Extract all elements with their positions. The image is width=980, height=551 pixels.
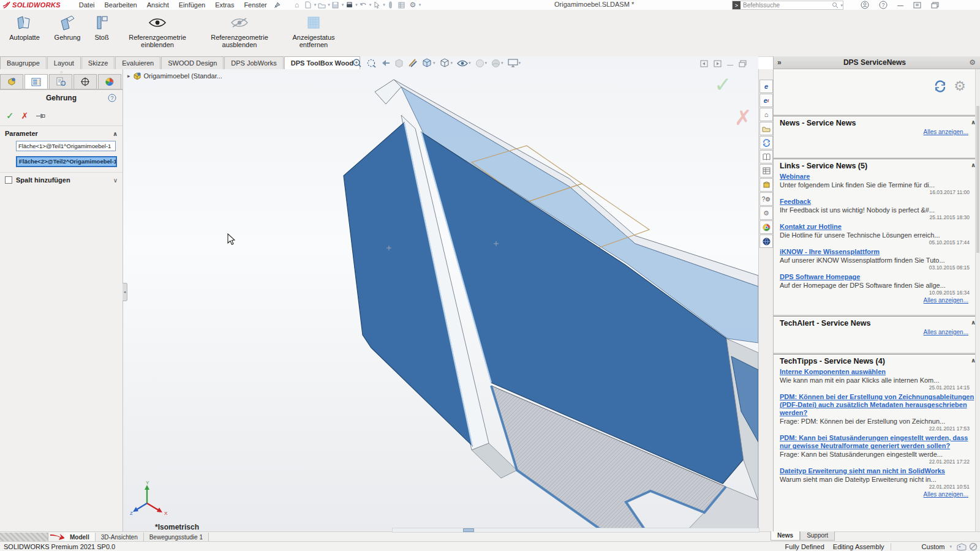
news-settings-gear-icon[interactable]: ⚙ xyxy=(954,78,966,94)
tab-scroll-area[interactable] xyxy=(0,533,48,542)
pallet-box-icon[interactable] xyxy=(760,178,773,192)
face-selection-2[interactable]: Fläche<2>@Teil2^Origamimoebel-1 xyxy=(16,156,117,167)
tab-news[interactable]: News xyxy=(771,531,800,541)
tab-dimxpertmanager[interactable] xyxy=(74,74,97,89)
news-item-link[interactable]: Interne Komponenten auswählen xyxy=(780,368,976,376)
options-gear-icon[interactable]: ⚙ xyxy=(407,1,418,9)
save-icon[interactable] xyxy=(330,1,341,9)
dock-right-icon[interactable] xyxy=(714,60,722,67)
news-item-link[interactable]: Feedback xyxy=(780,198,976,206)
menu-ansicht[interactable]: Ansicht xyxy=(142,0,174,10)
zoom-area-icon[interactable] xyxy=(366,58,376,68)
refresh-icon[interactable] xyxy=(934,80,946,92)
new-document-icon[interactable] xyxy=(303,1,314,9)
confirm-cancel-button[interactable]: ✗ xyxy=(734,105,752,130)
panel-gear-icon[interactable]: ⚙ xyxy=(964,58,980,67)
dock-left-icon[interactable] xyxy=(700,60,708,67)
viewport-horizontal-scrollbar[interactable] xyxy=(392,528,760,533)
viewport-minimize-icon[interactable]: — xyxy=(727,61,733,68)
tab-configurationmanager[interactable] xyxy=(49,74,72,89)
tab-displaymanager[interactable] xyxy=(98,74,121,89)
panel-splitter-grip[interactable]: ◂ xyxy=(123,283,127,301)
tab-3d-ansichten[interactable]: 3D-Ansichten xyxy=(96,533,144,542)
display-state[interactable]: Custom xyxy=(922,543,945,550)
news-item-link[interactable]: iKNOW - Ihre Wissensplattform xyxy=(780,248,976,256)
menu-fenster[interactable]: Fenster xyxy=(239,0,271,10)
pm-cancel-button[interactable]: ✗ xyxy=(21,111,29,121)
undo-icon[interactable] xyxy=(358,1,369,9)
resources-home-icon[interactable]: ⌂ xyxy=(760,108,773,121)
pm-help-icon[interactable]: ? xyxy=(108,94,116,102)
task-pane-scrollbar[interactable] xyxy=(975,69,980,531)
file-explorer-sync-icon[interactable] xyxy=(760,136,773,149)
restore-icon[interactable] xyxy=(913,2,921,9)
command-search[interactable]: > Befehlssuche ▾ xyxy=(732,1,843,10)
measure-tools-icon[interactable] xyxy=(408,58,418,68)
help-icon[interactable]: ? xyxy=(879,1,888,9)
news-item-link[interactable]: DPS Software Homepage xyxy=(780,273,976,281)
parameter-section-header[interactable]: Parameter ∧ xyxy=(0,126,123,140)
news-item-link[interactable]: Webinare xyxy=(780,173,976,181)
menu-datei[interactable]: Datei xyxy=(74,0,100,10)
search-icon[interactable] xyxy=(832,2,839,9)
browser-icon[interactable] xyxy=(760,220,773,234)
show-all-link[interactable]: Alles anzeigen... xyxy=(780,129,976,135)
feature-tree-breadcrumb[interactable]: ▸ Origamimoebel (Standar... xyxy=(127,72,222,80)
dps-swood-icon[interactable]: e xyxy=(760,80,773,93)
library-book-icon[interactable] xyxy=(760,150,773,163)
select-cursor-icon[interactable] xyxy=(371,1,382,9)
tab-modell[interactable]: Modell xyxy=(64,533,96,542)
menu-einfuegen[interactable]: Einfügen xyxy=(174,0,210,10)
menu-bearbeiten[interactable]: Bearbeiten xyxy=(99,0,141,10)
tab-baugruppe[interactable]: Baugruppe xyxy=(0,56,47,69)
previous-view-icon[interactable] xyxy=(380,58,390,68)
tab-swood-design[interactable]: SWOOD Design xyxy=(161,56,224,69)
news-item-link[interactable]: PDM: Kann bei Statusänderungen eingestel… xyxy=(780,434,976,450)
design-library-folder-icon[interactable] xyxy=(760,122,773,135)
dps-swood-info-icon[interactable]: ei xyxy=(760,94,773,107)
breadcrumb-arrow-icon[interactable]: ▸ xyxy=(127,73,130,79)
tab-bewegungsstudie[interactable]: Bewegungsstudie 1 xyxy=(144,533,209,542)
view-settings-icon[interactable]: ▾ xyxy=(508,59,521,67)
display-style-icon[interactable]: ▾ xyxy=(440,58,453,68)
show-all-link[interactable]: Alles anzeigen... xyxy=(780,329,976,335)
pm-pin-icon[interactable] xyxy=(36,113,45,119)
tab-dps-jobworks[interactable]: DPS JobWorks xyxy=(224,56,283,69)
user-account-icon[interactable] xyxy=(861,1,869,9)
news-item-link[interactable]: PDM: Können bei der Erstellung von Zeich… xyxy=(780,393,976,417)
open-icon[interactable] xyxy=(316,1,327,9)
spalt-row[interactable]: Spalt hinzufügen ∨ xyxy=(0,172,123,186)
hide-show-items-icon[interactable]: ▾ xyxy=(457,59,471,67)
help-gear-icon[interactable]: ?⚙ xyxy=(760,192,773,206)
view-orientation-icon[interactable]: ▾ xyxy=(422,58,435,68)
settings-gear-icon[interactable]: ⚙ xyxy=(760,206,773,220)
tab-support[interactable]: Support xyxy=(800,531,835,541)
attachment-icon[interactable] xyxy=(385,1,396,9)
print-icon[interactable] xyxy=(344,1,355,9)
tab-layout[interactable]: Layout xyxy=(47,56,81,69)
home-icon[interactable]: ⌂ xyxy=(292,1,303,9)
refgeo-ausblenden-button[interactable]: Referenzgeometrie ausblenden xyxy=(198,10,281,48)
scrollbar-thumb[interactable] xyxy=(463,528,474,532)
pm-ok-button[interactable]: ✓ xyxy=(6,110,14,121)
minimize-icon[interactable]: — xyxy=(897,2,903,9)
scrollbar-thumb[interactable] xyxy=(976,106,979,253)
gehrung-button[interactable]: Gehrung xyxy=(48,10,87,41)
anzeigestatus-button[interactable]: Anzeigestatus entfernen xyxy=(281,10,347,48)
menu-extras[interactable]: Extras xyxy=(210,0,239,10)
expand-icon[interactable]: ∨ xyxy=(113,177,118,184)
list-grid-icon[interactable] xyxy=(396,1,407,9)
graphics-viewport[interactable] xyxy=(123,56,758,531)
expand-panel-icon[interactable]: » xyxy=(774,58,785,67)
refgeo-einblenden-button[interactable]: Referenzgeometrie einblenden xyxy=(116,10,198,48)
tab-evaluieren[interactable]: Evaluieren xyxy=(115,56,160,69)
tab-skizze[interactable]: Skizze xyxy=(81,56,115,69)
collapse-icon[interactable]: ∧ xyxy=(113,130,118,137)
zoom-fit-icon[interactable] xyxy=(352,58,362,68)
face-selection-1[interactable]: Fläche<1>@Teil1^Origamimoebel-1 xyxy=(16,141,116,151)
tab-dps-toolbox-wood[interactable]: DPS ToolBox Wood xyxy=(284,56,360,69)
news-item-link[interactable]: Dateityp Erweiterung sieht man nicht in … xyxy=(780,467,976,475)
show-all-link[interactable]: Alles anzeigen... xyxy=(780,491,976,498)
tab-propertymanager[interactable] xyxy=(24,74,48,89)
spalt-checkbox[interactable] xyxy=(5,176,12,184)
